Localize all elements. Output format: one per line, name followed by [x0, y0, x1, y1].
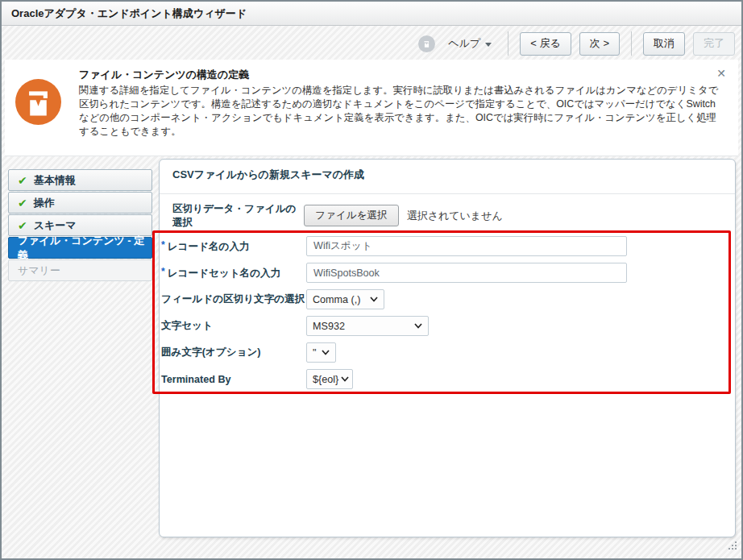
enclosure-char-select[interactable]: " — [306, 342, 336, 363]
selected-value: Comma (,) — [313, 294, 360, 305]
divider — [160, 193, 735, 194]
step-label: スキーマ — [34, 218, 77, 233]
form-row-charset: 文字セット MS932 — [161, 316, 429, 336]
chevron-down-icon — [370, 297, 378, 302]
field-delimiter-select[interactable]: Comma (,) — [306, 289, 384, 309]
check-icon: ✔ — [18, 219, 27, 232]
chevron-down-icon — [322, 350, 330, 355]
content-heading: CSVファイルからの新規スキーマの作成 — [172, 168, 364, 182]
chevron-down-icon — [414, 323, 422, 329]
file-select-row: 区切りデータ・ファイルの選択 ファイルを選択 選択されていません — [172, 205, 503, 226]
done-button: 完了 — [693, 32, 735, 56]
help-label: ヘルプ — [448, 36, 480, 51]
field-label: 文字セット — [161, 319, 306, 333]
step-title: ファイル・コンテンツの構造の定義 — [79, 68, 249, 82]
check-icon: ✔ — [18, 197, 27, 209]
file-select-label: 区切りデータ・ファイルの選択 — [172, 202, 304, 230]
adapter-badge-icon — [418, 35, 435, 52]
form-row-field-delimiter: フィールドの区切り文字の選択 Comma (,) — [161, 289, 384, 309]
toolbar: ヘルプ < 戻る 次 > 取消 完了 — [418, 31, 735, 56]
adapter-glyph-icon — [421, 39, 432, 49]
check-icon: ✔ — [18, 174, 27, 187]
form-row-recordset-name: *レコードセット名の入力 — [161, 263, 627, 283]
form-row-enclosure-char: 囲み文字(オプション) " — [161, 342, 336, 363]
step-item-operation[interactable]: ✔ 操作 — [8, 192, 152, 214]
step-item-file-contents-definition[interactable]: ファイル・コンテンツ - 定義 — [8, 237, 152, 259]
step-label: ファイル・コンテンツ - 定義 — [18, 234, 152, 263]
field-label: フィールドの区切り文字の選択 — [161, 292, 306, 306]
field-label: 囲み文字(オプション) — [161, 346, 306, 359]
window-title: Oracleアダプタ・エンドポイント構成ウィザード — [2, 2, 741, 26]
charset-select[interactable]: MS932 — [306, 316, 429, 336]
step-header-panel: ファイル・コンテンツの構造の定義 関連する詳細を指定してファイル・コンテンツの構… — [5, 60, 738, 156]
file-adapter-icon — [15, 79, 61, 128]
next-button[interactable]: 次 > — [579, 32, 620, 56]
close-icon[interactable]: ✕ — [714, 66, 728, 81]
cancel-button[interactable]: 取消 — [643, 32, 685, 56]
selected-value: ${eol} — [313, 374, 338, 385]
form-row-record-name: *レコード名の入力 — [161, 236, 627, 256]
terminated-by-select[interactable]: ${eol} — [306, 369, 353, 389]
step-label: 操作 — [34, 196, 55, 210]
step-item-basic-info[interactable]: ✔ 基本情報 — [8, 169, 152, 191]
required-asterisk: * — [161, 266, 165, 277]
resize-grip-icon[interactable] — [728, 540, 737, 554]
back-button[interactable]: < 戻る — [520, 32, 571, 56]
recordset-name-input[interactable] — [306, 263, 627, 283]
step-label: 基本情報 — [34, 173, 76, 188]
field-label: *レコードセット名の入力 — [161, 266, 306, 280]
form-row-terminated-by: Terminated By ${eol} — [161, 369, 353, 389]
wizard-window: Oracleアダプタ・エンドポイント構成ウィザード ヘルプ < 戻る 次 > 取… — [0, 0, 743, 560]
step-item-summary: サマリー — [8, 259, 152, 281]
file-select-status: 選択されていません — [407, 209, 503, 223]
record-name-input[interactable] — [306, 236, 627, 256]
selected-value: " — [313, 347, 316, 359]
wizard-steps-nav: ✔ 基本情報 ✔ 操作 ✔ スキーマ ファイル・コンテンツ - 定義 サマリー — [8, 169, 152, 282]
required-asterisk: * — [161, 239, 165, 251]
field-label: Terminated By — [161, 374, 306, 385]
choose-file-button[interactable]: ファイルを選択 — [304, 205, 399, 226]
toolbar-separator — [508, 31, 508, 56]
help-dropdown-arrow-icon — [485, 43, 492, 47]
chevron-down-icon — [341, 376, 349, 382]
step-description: 関連する詳細を指定してファイル・コンテンツの構造を指定します。実行時に読取りまた… — [79, 84, 724, 139]
toolbar-separator — [631, 31, 632, 56]
field-label: *レコード名の入力 — [161, 239, 306, 254]
selected-value: MS932 — [313, 321, 345, 332]
step-label: サマリー — [18, 263, 60, 278]
help-menu[interactable]: ヘルプ — [443, 36, 496, 51]
